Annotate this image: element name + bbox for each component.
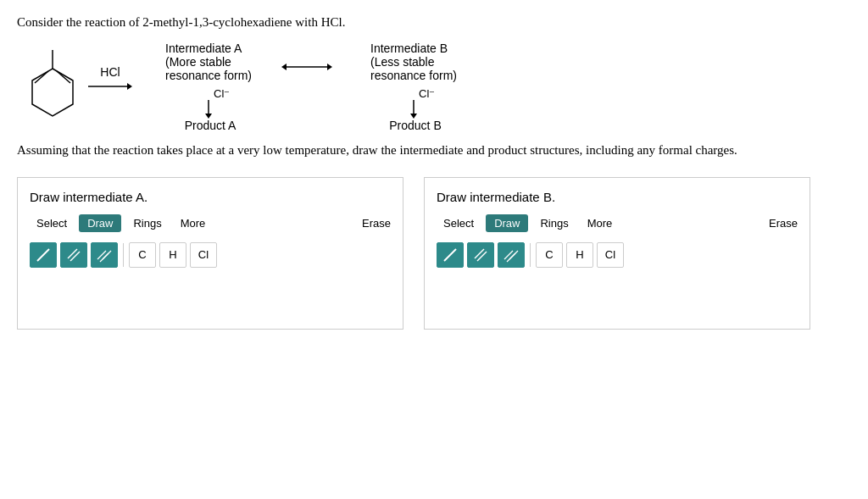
more-button-b[interactable]: More xyxy=(581,214,620,232)
panel-b-title: Draw intermediate B. xyxy=(437,190,798,204)
panel-a-title: Draw intermediate A. xyxy=(30,190,391,204)
svg-line-22 xyxy=(504,251,513,259)
reaction-diagram: HCl Intermediate A (More stable resonanc… xyxy=(17,42,851,132)
more-button-a[interactable]: More xyxy=(174,214,213,232)
double-bond-tool-a[interactable] xyxy=(60,242,87,268)
chlorine-btn-a[interactable]: Cl xyxy=(190,242,217,268)
rings-button-a[interactable]: Rings xyxy=(126,214,168,232)
product-a-label: Product A xyxy=(185,119,236,132)
product-b-arrow: Cl⁻ xyxy=(405,87,439,119)
tool-divider-b xyxy=(530,243,531,267)
hydrogen-btn-a[interactable]: H xyxy=(159,242,186,268)
draw-button-b[interactable]: Draw xyxy=(486,214,528,232)
draw-panel-intermediate-b: Draw intermediate B. Select Draw Rings M… xyxy=(424,177,810,330)
intermediate-a-subtitle2: resonance form) xyxy=(165,69,252,82)
intermediate-b-title: Intermediate B xyxy=(370,42,457,55)
svg-line-13 xyxy=(37,249,49,261)
panel-a-toolbar: Select Draw Rings More Erase xyxy=(30,214,391,232)
svg-line-19 xyxy=(444,249,456,261)
hcl-label: HCl xyxy=(100,65,120,79)
intermediate-a-title: Intermediate A xyxy=(165,42,252,55)
svg-line-14 xyxy=(68,249,77,258)
svg-line-24 xyxy=(509,251,518,259)
chlorine-btn-b[interactable]: Cl xyxy=(597,242,624,268)
chloride-b-label: Cl⁻ xyxy=(419,87,435,100)
svg-marker-10 xyxy=(327,64,332,70)
svg-line-21 xyxy=(477,252,487,261)
intermediate-b-subtitle: (Less stable xyxy=(370,55,457,69)
product-b-label: Product B xyxy=(389,119,441,132)
single-bond-tool-a[interactable] xyxy=(30,242,57,268)
triple-bond-tool-b[interactable] xyxy=(498,242,525,268)
panel-b-tools: C H Cl xyxy=(437,242,798,268)
panel-b-toolbar: Select Draw Rings More Erase xyxy=(437,214,798,232)
chloride-a-label: Cl⁻ xyxy=(214,87,230,100)
single-bond-tool-b[interactable] xyxy=(437,242,464,268)
svg-line-18 xyxy=(103,251,111,259)
tool-divider-a xyxy=(123,243,124,267)
triple-bond-tool-a[interactable] xyxy=(91,242,118,268)
intermediate-b-label: Intermediate B (Less stable resonance fo… xyxy=(370,42,457,82)
svg-line-20 xyxy=(475,249,484,258)
hydrogen-btn-b[interactable]: H xyxy=(566,242,593,268)
select-button-b[interactable]: Select xyxy=(437,214,481,232)
assumption-text: Assuming that the reaction takes place a… xyxy=(17,141,851,160)
erase-button-a[interactable]: Erase xyxy=(362,217,391,230)
intermediate-a-subtitle: (More stable xyxy=(165,55,252,69)
intro-text: Consider the reaction of 2-methyl-1,3-cy… xyxy=(17,15,851,30)
erase-button-b[interactable]: Erase xyxy=(769,217,798,230)
carbon-btn-a[interactable]: C xyxy=(129,242,156,268)
draw-button-a[interactable]: Draw xyxy=(79,214,121,232)
panel-a-tools: C H Cl xyxy=(30,242,391,268)
double-bond-tool-b[interactable] xyxy=(467,242,494,268)
intermediate-b-subtitle2: resonance form) xyxy=(370,69,457,82)
draw-panel-intermediate-a: Draw intermediate A. Select Draw Rings M… xyxy=(17,177,403,330)
intermediate-a-label: Intermediate A (More stable resonance fo… xyxy=(165,42,252,82)
intermediate-a-col: Intermediate A (More stable resonance fo… xyxy=(141,42,276,132)
hcl-arrow-group: HCl xyxy=(88,65,132,92)
svg-line-15 xyxy=(70,252,80,261)
svg-marker-5 xyxy=(127,83,132,90)
molecule-structure xyxy=(17,42,85,125)
product-a-arrow: Cl⁻ xyxy=(200,87,234,119)
rings-button-b[interactable]: Rings xyxy=(533,214,575,232)
carbon-btn-b[interactable]: C xyxy=(536,242,563,268)
svg-line-16 xyxy=(97,251,106,259)
double-arrow xyxy=(281,58,332,75)
draw-panels: Draw intermediate A. Select Draw Rings M… xyxy=(17,177,851,330)
intermediate-b-col: Intermediate B (Less stable resonance fo… xyxy=(346,42,481,132)
select-button-a[interactable]: Select xyxy=(30,214,74,232)
svg-marker-0 xyxy=(32,69,73,116)
